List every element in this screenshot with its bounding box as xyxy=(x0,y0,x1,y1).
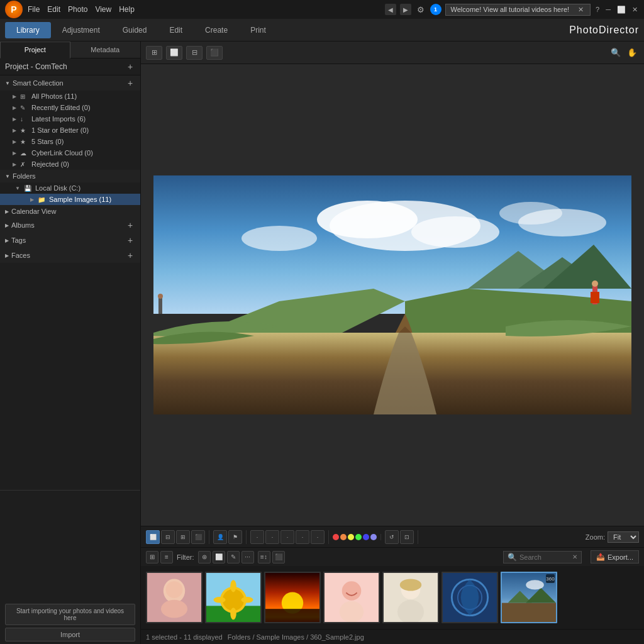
smart-collection-header[interactable]: ▼ Smart Collection + xyxy=(0,75,140,91)
rating-5[interactable]: · xyxy=(311,530,325,544)
search-clear-btn[interactable]: ✕ xyxy=(572,553,577,560)
refresh-btn[interactable]: ↺ xyxy=(385,530,399,544)
tags-add-btn[interactable]: + xyxy=(125,235,135,245)
rejected-label: Rejected (0) xyxy=(31,160,69,168)
sidebar-item-local-disk[interactable]: ▼ 💾 Local Disk (C:) xyxy=(0,182,140,194)
color-green[interactable] xyxy=(355,534,362,540)
rating-3[interactable]: · xyxy=(280,530,294,544)
export-btn[interactable]: 📤 Export... xyxy=(591,550,639,564)
color-blue[interactable] xyxy=(363,534,369,540)
thumb-img-3 xyxy=(265,573,319,622)
color-purple[interactable] xyxy=(370,534,377,540)
tab-adjustment[interactable]: Adjustment xyxy=(51,22,111,38)
all-photos-label: All Photos (11) xyxy=(31,92,77,100)
calendar-view-header[interactable]: ▶ Calendar View xyxy=(0,205,140,218)
rating-2[interactable]: · xyxy=(265,530,279,544)
color-yellow[interactable] xyxy=(348,534,354,540)
thumb-6[interactable] xyxy=(441,572,498,623)
import-hint[interactable]: Start importing your photos and videos h… xyxy=(5,604,135,625)
thumb-size-small[interactable]: ⊞ xyxy=(146,551,158,564)
tutorial-close-btn[interactable]: ✕ xyxy=(577,6,585,14)
sidebar-item-cyberlink[interactable]: ▶ ☁ CyberLink Cloud (0) xyxy=(0,147,140,158)
albums-header[interactable]: ▶ Albums + xyxy=(0,218,140,233)
import-btn[interactable]: Import xyxy=(5,628,135,641)
sidebar-item-sample-images[interactable]: ▶ 📁 Sample Images (11) xyxy=(0,194,140,205)
tags-header[interactable]: ▶ Tags + xyxy=(0,233,140,248)
zoom-tool-btn[interactable]: 🔍 xyxy=(609,46,623,60)
survey-view-btn[interactable]: ⬛ xyxy=(191,530,205,544)
view-btn-3[interactable]: ⊟ xyxy=(186,46,203,60)
nav-fwd-btn[interactable]: ▶ xyxy=(400,4,411,15)
expand-arrow2: ▶ xyxy=(13,105,16,111)
tutorial-bar[interactable]: Welcome! View all tutorial videos here! … xyxy=(445,4,591,16)
faces-header[interactable]: ▶ Faces + xyxy=(0,248,140,263)
grid-view-btn[interactable]: ⊞ xyxy=(176,530,190,544)
rating-1[interactable]: · xyxy=(250,530,264,544)
sidebar-tab-project[interactable]: Project xyxy=(0,42,70,58)
rotate-btn[interactable]: ⊡ xyxy=(400,530,414,544)
compare-view-btn[interactable]: ⊟ xyxy=(161,530,175,544)
close-btn[interactable]: ✕ xyxy=(631,6,639,14)
sidebar-item-all-photos[interactable]: ▶ ⊞ All Photos (11) xyxy=(0,91,140,102)
filter-more-btn[interactable]: ··· xyxy=(242,551,254,564)
main-tabs: Library Adjustment Guided Edit Create Pr… xyxy=(0,19,644,42)
nav-back-btn[interactable]: ◀ xyxy=(385,4,396,15)
menu-help[interactable]: Help xyxy=(119,5,135,14)
color-red[interactable] xyxy=(333,534,339,540)
expand-arrow9: ▶ xyxy=(30,197,34,203)
restore-btn[interactable]: ⬜ xyxy=(616,6,627,14)
thumb-2[interactable] xyxy=(205,572,262,623)
tab-guided[interactable]: Guided xyxy=(111,22,158,38)
view-btn-4[interactable]: ⬛ xyxy=(206,46,223,60)
svg-rect-44 xyxy=(502,603,556,623)
thumb-3[interactable] xyxy=(264,572,321,623)
single-view-btn[interactable]: ⬜ xyxy=(146,530,160,544)
zoom-select[interactable]: Fit xyxy=(608,531,639,543)
thumb-7[interactable]: 360 xyxy=(501,572,557,623)
folder-section: ▼ 💾 Local Disk (C:) ▶ 📁 Sample Images (1… xyxy=(0,182,140,205)
menu-view[interactable]: View xyxy=(95,5,111,14)
rating-4[interactable]: · xyxy=(296,530,309,544)
thumb-4[interactable] xyxy=(323,572,380,623)
filter-flag-btn[interactable]: ✎ xyxy=(227,551,240,564)
sample-images-label: Sample Images (11) xyxy=(49,196,111,203)
sort-btn[interactable]: ≡↕ xyxy=(258,551,270,564)
sidebar-item-rejected[interactable]: ▶ ✗ Rejected (0) xyxy=(0,158,140,170)
color-dots xyxy=(333,534,377,540)
albums-label: Albums xyxy=(11,221,35,229)
thumb-size-list[interactable]: ≡ xyxy=(160,551,173,564)
sidebar-item-5stars[interactable]: ▶ ★ 5 Stars (0) xyxy=(0,136,140,147)
face-btn[interactable]: 👤 xyxy=(213,530,227,544)
sidebar-item-recently-edited[interactable]: ▶ ✎ Recently Edited (0) xyxy=(0,102,140,113)
project-add-btn[interactable]: + xyxy=(125,62,135,72)
tab-create[interactable]: Create xyxy=(194,22,239,38)
sidebar-tab-metadata[interactable]: Metadata xyxy=(70,42,141,58)
color-orange[interactable] xyxy=(340,534,347,540)
albums-add-btn[interactable]: + xyxy=(125,220,135,230)
filter-all-btn[interactable]: ⊛ xyxy=(198,551,211,564)
folders-header[interactable]: ▼ Folders xyxy=(0,170,140,182)
settings-icon[interactable]: ⚙ xyxy=(415,4,426,15)
sidebar-item-latest-imports[interactable]: ▶ ↓ Latest Imports (6) xyxy=(0,113,140,125)
flag-btn[interactable]: ⚑ xyxy=(228,530,242,544)
sidebar-item-1star[interactable]: ▶ ★ 1 Star or Better (0) xyxy=(0,125,140,136)
tab-edit[interactable]: Edit xyxy=(158,22,194,38)
search-input[interactable] xyxy=(519,553,570,561)
menu-file[interactable]: File xyxy=(28,5,40,14)
view-btn-1[interactable]: ⊞ xyxy=(146,46,162,60)
view-btn-2[interactable]: ⬜ xyxy=(166,46,182,60)
minimize-btn[interactable]: ─ xyxy=(604,6,612,13)
thumb-1[interactable] xyxy=(146,572,203,623)
thumb-5[interactable] xyxy=(382,572,439,623)
tab-library[interactable]: Library xyxy=(5,22,51,38)
color-filter-btn[interactable]: ⬛ xyxy=(272,551,285,564)
tab-print[interactable]: Print xyxy=(239,22,277,38)
pan-tool-btn[interactable]: ✋ xyxy=(625,46,639,60)
faces-add-btn[interactable]: + xyxy=(125,250,135,260)
smart-collection-add-btn[interactable]: + xyxy=(125,78,135,88)
help-btn[interactable]: ? xyxy=(594,6,601,13)
menu-photo[interactable]: Photo xyxy=(68,5,87,14)
filter-rect-btn[interactable]: ⬜ xyxy=(213,551,225,564)
menu-edit[interactable]: Edit xyxy=(47,5,60,14)
app-title: PhotoDirector xyxy=(569,25,639,36)
